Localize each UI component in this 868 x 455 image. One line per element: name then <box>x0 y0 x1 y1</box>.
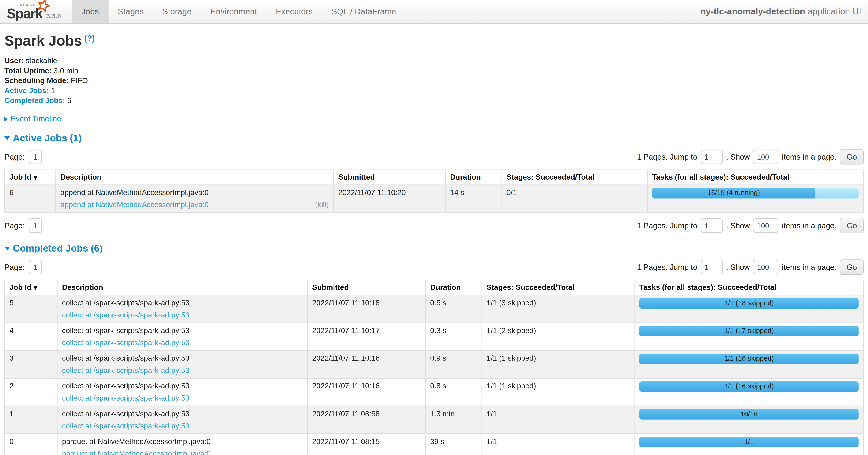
page-label: Page: <box>4 152 25 161</box>
tasks-cell: 1/1 <box>635 434 863 455</box>
triangle-right-icon <box>4 117 8 121</box>
jump-to-input[interactable] <box>701 150 723 164</box>
completed-jobs-heading-text: Completed Jobs (6) <box>13 243 103 254</box>
table-row: 3 collect at /spark-scripts/spark-ad.py:… <box>5 350 863 378</box>
job-description-link[interactable]: append at NativeMethodAccessorImpl.java:… <box>60 200 209 209</box>
show-items-input[interactable] <box>753 218 779 232</box>
column-header[interactable]: Submitted <box>334 170 445 185</box>
tab-label: Storage <box>162 6 191 16</box>
jump-to-input[interactable] <box>701 218 723 232</box>
job-description: parquet at NativeMethodAccessorImpl.java… <box>62 437 303 446</box>
tasks-cell: 15/19 (4 running) <box>647 185 863 212</box>
active-jobs-heading[interactable]: Active Jobs (1) <box>4 132 864 144</box>
column-header[interactable]: Duration <box>445 170 502 185</box>
tasks-cell: 1/1 (17 skipped) <box>635 323 863 350</box>
job-description-link[interactable]: collect at /spark-scripts/spark-ad.py:53 <box>62 310 190 320</box>
tab-environment[interactable]: Environment <box>201 0 266 23</box>
summary-label: Total Uptime: <box>4 66 52 75</box>
description-cell: collect at /spark-scripts/spark-ad.py:53… <box>57 295 307 323</box>
column-header[interactable]: Tasks (for all stages): Succeeded/Total <box>647 170 863 185</box>
summary-label[interactable]: Active Jobs: <box>4 86 49 94</box>
table-row: 4 collect at /spark-scripts/spark-ad.py:… <box>5 323 863 350</box>
go-button[interactable]: Go <box>840 218 864 233</box>
summary-value: FIFO <box>71 77 88 85</box>
tab-jobs[interactable]: Jobs <box>72 0 108 23</box>
page-input[interactable] <box>29 218 42 232</box>
event-timeline-toggle[interactable]: Event Timeline <box>4 114 864 123</box>
summary-label[interactable]: Completed Jobs: <box>4 96 65 105</box>
submitted-cell: 2022/11/07 11:08:58 <box>308 406 426 434</box>
completed-jobs-heading[interactable]: Completed Jobs (6) <box>4 243 864 254</box>
task-progress-label: 1/1 (16 skipped) <box>724 382 774 390</box>
summary-item: Total Uptime: 3.0 min <box>4 66 864 76</box>
show-text: . Show <box>726 221 750 230</box>
job-description-link[interactable]: collect at /spark-scripts/spark-ad.py:53 <box>62 366 190 375</box>
pagination-bar: Page: 1 Pages. Jump to . Show items in a… <box>4 218 864 233</box>
task-progress-label: 16/16 <box>740 410 757 418</box>
spark-star-icon <box>37 0 51 13</box>
job-description: append at NativeMethodAccessorImpl.java:… <box>60 188 329 197</box>
summary-item: Completed Jobs: 6 <box>4 96 864 106</box>
table-header-row: Job Id ▾DescriptionSubmittedDurationStag… <box>5 170 863 185</box>
show-items-input[interactable] <box>753 150 779 164</box>
column-header[interactable]: Duration <box>426 280 482 295</box>
column-header[interactable]: Stages: Succeeded/Total <box>482 280 635 295</box>
job-description: collect at /spark-scripts/spark-ad.py:53 <box>62 409 303 418</box>
job-description-link[interactable]: collect at /spark-scripts/spark-ad.py:53 <box>62 338 190 347</box>
pagination-left: Page: <box>4 150 42 164</box>
job-description: collect at /spark-scripts/spark-ad.py:53 <box>62 298 303 308</box>
submitted-cell: 2022/11/07 11:10:17 <box>308 323 426 350</box>
pages-text: 1 Pages. Jump to <box>637 221 698 230</box>
completed-jobs-table: Job Id ▾DescriptionSubmittedDurationStag… <box>4 280 864 455</box>
job-id-cell: 0 <box>5 434 57 455</box>
page-input[interactable] <box>29 150 42 164</box>
tasks-cell: 1/1 (18 skipped) <box>635 295 863 323</box>
tab-sql-dataframe[interactable]: SQL / DataFrame <box>322 0 406 23</box>
pagination-left: Page: <box>4 218 42 232</box>
tab-storage[interactable]: Storage <box>153 0 201 23</box>
job-description-link[interactable]: parquet at NativeMethodAccessorImpl.java… <box>62 449 211 455</box>
job-description-link[interactable]: collect at /spark-scripts/spark-ad.py:53 <box>62 421 190 431</box>
table-row: 5 collect at /spark-scripts/spark-ad.py:… <box>5 295 863 323</box>
kill-link[interactable]: (kill) <box>315 200 329 209</box>
show-items-input[interactable] <box>753 260 779 274</box>
tab-executors[interactable]: Executors <box>266 0 322 23</box>
duration-cell: 39 s <box>426 434 482 455</box>
task-progress-label: 1/1 (18 skipped) <box>724 299 774 307</box>
page-title: Spark Jobs(?) <box>4 32 864 49</box>
table-header-row: Job Id ▾DescriptionSubmittedDurationStag… <box>5 280 863 295</box>
go-button[interactable]: Go <box>840 259 864 275</box>
description-cell: collect at /spark-scripts/spark-ad.py:53… <box>57 378 307 406</box>
jump-to-input[interactable] <box>701 260 723 274</box>
help-link[interactable]: (?) <box>84 33 95 43</box>
duration-cell: 0.8 s <box>426 378 482 406</box>
column-header[interactable]: Job Id ▾ <box>5 280 57 295</box>
job-id-cell: 3 <box>5 350 57 378</box>
page-input[interactable] <box>29 260 42 274</box>
table-row: 6 append at NativeMethodAccessorImpl.jav… <box>5 185 863 212</box>
description-cell: collect at /spark-scripts/spark-ad.py:53… <box>57 323 307 350</box>
task-progress-label: 15/19 (4 running) <box>707 189 760 197</box>
pagination-right: 1 Pages. Jump to . Show items in a page.… <box>637 149 864 165</box>
go-button[interactable]: Go <box>840 149 864 165</box>
column-header[interactable]: Description <box>56 170 334 185</box>
column-header[interactable]: Job Id ▾ <box>5 170 56 185</box>
summary-item: User: stackable <box>4 56 864 66</box>
duration-cell: 0.3 s <box>426 323 482 350</box>
show-text: . Show <box>726 152 750 161</box>
description-cell: append at NativeMethodAccessorImpl.java:… <box>56 185 334 212</box>
description-cell: collect at /spark-scripts/spark-ad.py:53… <box>57 406 307 434</box>
summary-list: User: stackable Total Uptime: 3.0 min Sc… <box>4 56 864 106</box>
column-header[interactable]: Submitted <box>308 280 426 295</box>
job-description-link[interactable]: collect at /spark-scripts/spark-ad.py:53 <box>62 394 190 403</box>
stages-cell: 1/1 <box>482 406 635 434</box>
summary-value: 1 <box>51 86 55 94</box>
job-description: collect at /spark-scripts/spark-ad.py:53 <box>62 326 303 335</box>
column-header[interactable]: Stages: Succeeded/Total <box>502 170 647 185</box>
column-header[interactable]: Tasks (for all stages): Succeeded/Total <box>635 280 863 295</box>
stages-cell: 1/1 (1 skipped) <box>482 378 635 406</box>
column-header[interactable]: Description <box>57 280 307 295</box>
tab-stages[interactable]: Stages <box>108 0 153 23</box>
duration-cell: 14 s <box>445 185 502 212</box>
app-name: ny-tlc-anomaly-detection <box>701 6 805 16</box>
